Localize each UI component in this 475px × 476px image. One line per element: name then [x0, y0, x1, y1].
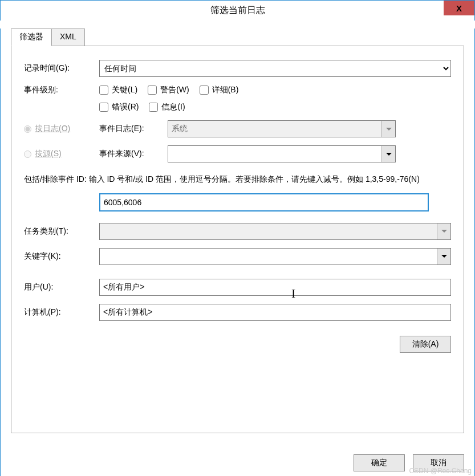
label-keywords: 关键字(K):: [24, 251, 99, 262]
event-sources-input[interactable]: [168, 146, 381, 162]
check-error[interactable]: 错误(R): [99, 102, 139, 112]
logged-select[interactable]: 任何时间: [99, 60, 451, 77]
check-critical[interactable]: 关键(L): [99, 85, 137, 95]
label-event-logs: 事件日志(E):: [99, 124, 168, 134]
tab-strip: 筛选器 XML: [11, 29, 464, 46]
event-id-input[interactable]: [99, 193, 429, 211]
radio-by-source[interactable]: 按源(S): [24, 149, 99, 159]
event-sources-combo[interactable]: [168, 145, 396, 162]
event-id-help: 包括/排除事件 ID: 输入 ID 号和/或 ID 范围，使用逗号分隔。若要排除…: [24, 173, 451, 186]
label-task-category: 任务类别(T):: [24, 226, 99, 237]
label-logged: 记录时间(G):: [24, 63, 99, 74]
clear-button[interactable]: 清除(A): [400, 336, 451, 353]
close-icon: X: [456, 3, 462, 13]
chevron-down-icon[interactable]: [437, 249, 450, 265]
label-computer: 计算机(P):: [24, 307, 99, 318]
keywords-input[interactable]: [100, 249, 437, 265]
label-event-sources: 事件来源(V):: [99, 149, 168, 159]
label-user: 用户(U):: [24, 282, 99, 292]
radio-by-log: 按日志(O): [24, 124, 99, 134]
check-information[interactable]: 信息(I): [149, 102, 185, 112]
keywords-combo[interactable]: [99, 248, 451, 265]
label-event-level: 事件级别:: [24, 85, 99, 95]
chevron-down-icon: [437, 223, 450, 239]
close-button[interactable]: X: [444, 1, 474, 15]
chevron-down-icon: [381, 121, 395, 137]
watermark: CSDN @Roc.Chang: [409, 467, 472, 475]
window-title: 筛选当前日志: [210, 5, 265, 17]
check-warning[interactable]: 警告(W): [148, 85, 189, 95]
tab-filter[interactable]: 筛选器: [11, 29, 52, 46]
check-verbose[interactable]: 详细(B): [200, 85, 239, 95]
user-input[interactable]: [99, 279, 451, 296]
event-logs-combo: 系统: [168, 120, 396, 137]
ok-button[interactable]: 确定: [354, 454, 405, 471]
tab-xml[interactable]: XML: [51, 29, 85, 46]
chevron-down-icon[interactable]: [381, 146, 395, 162]
title-bar: 筛选当前日志 X: [0, 0, 475, 21]
filter-panel: 记录时间(G): 任何时间 事件级别: 关键(L) 警告(W) 详细(B) 错误…: [11, 46, 464, 433]
computer-input[interactable]: [99, 304, 451, 321]
dialog-body: 筛选器 XML 记录时间(G): 任何时间 事件级别: 关键(L) 警告(W) …: [0, 29, 475, 476]
task-category-combo: [99, 223, 451, 240]
